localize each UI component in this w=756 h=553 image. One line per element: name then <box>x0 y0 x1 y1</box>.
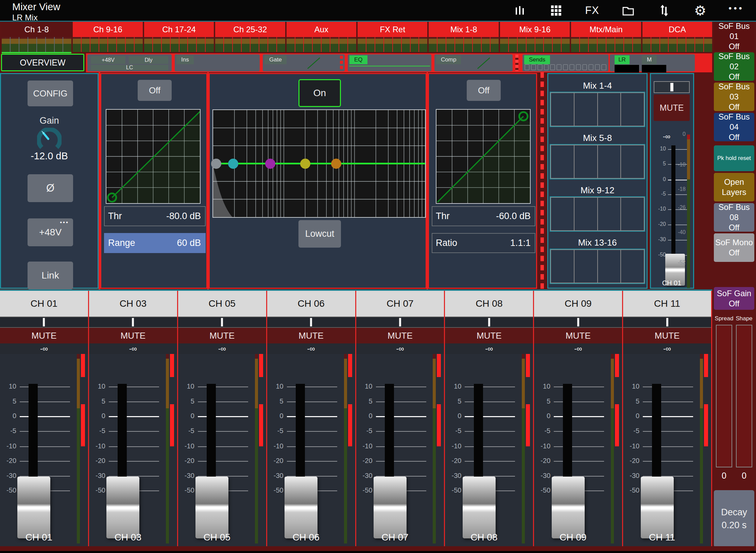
layer-tab-label[interactable]: Mtx/Main <box>571 22 641 37</box>
pan-slider[interactable] <box>178 317 266 328</box>
fader-cap[interactable] <box>285 477 317 538</box>
config-button[interactable]: CONFIG <box>28 81 73 106</box>
comp-graph[interactable] <box>436 109 531 204</box>
channel-name[interactable]: CH 11 <box>623 291 711 317</box>
mix-group-sends[interactable] <box>550 144 645 179</box>
mute-button[interactable]: MUTE <box>623 328 711 343</box>
mute-button[interactable]: MUTE <box>267 328 355 343</box>
sof-button[interactable]: SoF Bus 08 Off <box>714 203 754 232</box>
pan-slider[interactable] <box>356 317 444 328</box>
mute-button[interactable]: MUTE <box>445 328 533 343</box>
sends-cell[interactable]: Sends <box>522 54 608 71</box>
more-options-icon[interactable]: ••• <box>729 1 744 20</box>
eq-lowcut-band-handle[interactable] <box>211 159 221 169</box>
spread-slider[interactable] <box>716 325 732 467</box>
comp-cell[interactable]: Comp <box>434 54 513 71</box>
phantom-button[interactable]: +48V <box>91 56 125 64</box>
link-button[interactable]: Link <box>28 262 73 289</box>
pan-slider[interactable] <box>0 317 88 328</box>
layer-tab-label[interactable]: Ch 17-24 <box>144 22 214 37</box>
folder-icon[interactable] <box>621 3 636 18</box>
pan-slider[interactable] <box>534 317 622 328</box>
updown-arrows-icon[interactable] <box>657 3 672 18</box>
fader-cap[interactable] <box>463 477 496 538</box>
pan-slider[interactable] <box>445 317 533 328</box>
sof-button[interactable]: SoF Mono Off <box>714 233 754 262</box>
sof-button[interactable]: SoF Bus 04 Off <box>714 113 754 141</box>
channel-name[interactable]: CH 03 <box>89 291 177 317</box>
eq-band-3-handle[interactable] <box>300 159 310 169</box>
comp-on-off-button[interactable]: Off <box>467 80 501 101</box>
layer-tab[interactable]: FX Ret <box>358 22 427 53</box>
mute-button[interactable]: MUTE <box>0 328 88 343</box>
eq-band-2-handle[interactable] <box>265 159 275 169</box>
layer-tab-label[interactable]: Aux <box>287 22 356 37</box>
shape-slider[interactable] <box>736 325 752 467</box>
pan-slider[interactable] <box>267 317 355 328</box>
layer-tab[interactable]: Aux <box>287 22 356 53</box>
comp-threshold-row[interactable]: Thr -60.0 dB <box>432 206 535 226</box>
layer-tab[interactable]: Ch 17-24 <box>144 22 214 53</box>
eq-cell[interactable]: EQ <box>348 54 431 71</box>
gate-threshold-row[interactable]: Thr -80.0 dB <box>104 206 206 226</box>
sof-button[interactable]: SoF Gain Off <box>714 287 754 310</box>
insert-cell[interactable]: Ins <box>175 54 260 71</box>
mute-button[interactable]: MUTE <box>356 328 444 343</box>
phase-button[interactable]: Ø <box>28 174 73 202</box>
overview-button[interactable]: OVERVIEW <box>1 54 84 71</box>
mono-assign-label[interactable]: M <box>642 55 657 64</box>
fader-cap[interactable] <box>552 477 585 538</box>
mono-assign-display[interactable] <box>642 65 666 72</box>
eq-lowcut-button[interactable]: Lowcut <box>298 220 341 248</box>
channel-name[interactable]: CH 05 <box>178 291 266 317</box>
delay-button[interactable]: Dly <box>129 56 168 64</box>
channel-name[interactable]: CH 08 <box>445 291 533 317</box>
gate-range-row[interactable]: Range 60 dB <box>104 233 206 253</box>
gate-cell[interactable]: Gate <box>263 54 345 71</box>
layer-tab[interactable]: Ch 9-16 <box>73 22 142 53</box>
fader-cap[interactable] <box>195 477 228 538</box>
layer-tab-label[interactable]: Ch 9-16 <box>73 22 142 37</box>
phantom-48v-button[interactable]: ••• +48V <box>28 218 73 246</box>
layer-tab[interactable]: Mix 9-16 <box>500 22 570 53</box>
channel-name[interactable]: CH 01 <box>0 291 88 317</box>
channel-name[interactable]: CH 07 <box>356 291 444 317</box>
layer-tab-label[interactable]: FX Ret <box>358 22 427 37</box>
lowcut-button[interactable]: LC <box>91 65 168 70</box>
pan-slider[interactable] <box>89 317 177 328</box>
layer-tab-label[interactable]: Ch 1-8 <box>2 22 71 37</box>
layer-tab-label[interactable]: DCA <box>642 22 712 37</box>
sof-button[interactable]: SoF Bus 01 Off <box>714 22 754 51</box>
channel-name[interactable]: CH 09 <box>534 291 622 317</box>
layer-tab[interactable]: DCA <box>642 22 712 53</box>
settings-gear-icon[interactable]: ⚙ <box>693 3 708 18</box>
lr-assign-label[interactable]: LR <box>615 55 630 64</box>
comp-ratio-row[interactable]: Ratio 1.1:1 <box>432 233 535 253</box>
mix-group-sends[interactable] <box>550 249 645 284</box>
lr-assign-display[interactable] <box>615 65 639 72</box>
fader-cap[interactable] <box>17 477 50 538</box>
mix-group-sends[interactable] <box>550 196 645 232</box>
mute-button[interactable]: MUTE <box>89 328 177 343</box>
fader-cap[interactable] <box>106 477 139 538</box>
layer-tab-label[interactable]: Mix 1-8 <box>429 22 498 37</box>
eq-band-1-handle[interactable] <box>228 159 238 169</box>
sof-button[interactable]: Pk hold reset <box>714 145 754 171</box>
grid-view-icon[interactable] <box>549 3 564 18</box>
layer-tab[interactable]: Mtx/Main <box>571 22 641 53</box>
meters-view-icon[interactable] <box>513 3 528 18</box>
channel-name[interactable]: CH 06 <box>267 291 355 317</box>
fader-cap[interactable] <box>641 477 674 538</box>
sof-button[interactable]: Open Layers <box>714 173 754 201</box>
eq-band-4-handle[interactable] <box>331 159 341 169</box>
fader-cap[interactable] <box>374 477 407 538</box>
sof-button[interactable]: SoF Bus 03 Off <box>714 83 754 111</box>
decay-button[interactable]: Decay 0.20 s <box>714 490 754 547</box>
layer-tab[interactable]: Ch 25-32 <box>215 22 285 53</box>
layer-tab[interactable]: Mix 1-8 <box>429 22 498 53</box>
sof-button[interactable]: SoF Bus 02 Off <box>714 52 754 81</box>
gain-knob[interactable] <box>1 128 98 152</box>
gate-graph[interactable] <box>106 109 201 204</box>
layer-tab-label[interactable]: Mix 9-16 <box>500 22 570 37</box>
eq-graph[interactable] <box>212 109 426 218</box>
